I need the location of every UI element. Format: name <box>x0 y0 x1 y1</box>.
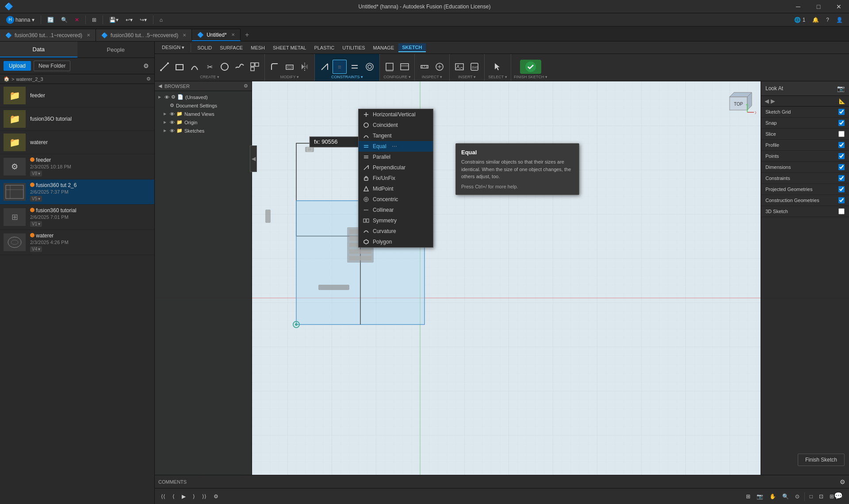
panel-prev-button[interactable]: ◀ <box>765 98 769 104</box>
constraint-more-button[interactable]: ⋯ <box>390 143 399 149</box>
constraint-concentric[interactable]: Concentric <box>359 194 433 205</box>
first-frame-button[interactable]: ⟨⟨ <box>158 492 168 501</box>
tree-item-unsaved[interactable]: ▶ 👁 ⚙ 📄 (Unsaved) <box>155 93 252 101</box>
list-item[interactable]: ⚙ feeder 2/3/2025 10:18 PM V8 ▾ <box>0 154 154 179</box>
concentric-constraint[interactable] <box>363 60 377 74</box>
fillet-tool[interactable] <box>268 60 282 74</box>
breadcrumb-settings[interactable]: ⚙ <box>146 76 151 82</box>
utilities-tab[interactable]: UTILITIES <box>339 44 368 52</box>
constraint-tangent[interactable]: Tangent <box>359 130 433 141</box>
save-button[interactable]: 💾▾ <box>107 16 121 24</box>
file-version[interactable]: V1 ▾ <box>30 221 42 227</box>
apps-button[interactable]: ⊞ <box>89 16 99 24</box>
help-button[interactable]: ? <box>823 16 832 24</box>
tab-fusion360-5[interactable]: 🔷 fusion360 tut.. .5~recovered) ✕ <box>96 29 192 41</box>
sheet-metal-tab[interactable]: SHEET METAL <box>269 44 310 52</box>
close-button[interactable]: ✕ <box>829 0 849 13</box>
projected-geom-checkbox[interactable] <box>838 186 845 192</box>
tab-people[interactable]: People <box>77 42 155 57</box>
browser-collapse-btn[interactable]: ◀ <box>158 83 162 89</box>
list-item[interactable]: waterer 2/3/2025 4:26 PM V4 ▾ <box>0 230 154 255</box>
dimension-tool[interactable] <box>382 60 397 74</box>
view-cube[interactable]: TOP X Z <box>723 88 754 119</box>
line-tool[interactable] <box>157 60 172 74</box>
manage-tab[interactable]: MANAGE <box>370 44 398 52</box>
list-item[interactable]: 📁 fusion36O tutorial <box>0 107 154 131</box>
panel-next-button[interactable]: ▶ <box>771 98 775 104</box>
undo-button[interactable]: ↩▾ <box>123 16 135 24</box>
finish-sketch-bottom-button[interactable]: Finish Sketch <box>798 454 845 466</box>
finish-sketch-toolbar-button[interactable] <box>520 60 541 74</box>
prev-frame-button[interactable]: ⟨ <box>170 492 177 501</box>
new-tab-button[interactable]: + <box>241 29 254 41</box>
eye-icon[interactable]: 👁 <box>170 128 175 134</box>
last-frame-button[interactable]: ⟩⟩ <box>199 492 209 501</box>
form-tool[interactable] <box>398 60 412 74</box>
arc-tool[interactable] <box>187 60 202 74</box>
restore-button[interactable]: □ <box>808 0 829 13</box>
trim-tool[interactable]: ✂ <box>203 60 217 74</box>
constraint-parallel[interactable]: Parallel <box>359 152 433 162</box>
tab-untitled[interactable]: 🔷 Untitled* ✕ <box>192 29 240 41</box>
dimensions-checkbox[interactable] <box>838 164 845 170</box>
panel-view-button[interactable]: 📐 <box>839 98 845 104</box>
tree-item-origin[interactable]: ▶ 👁 📁 Origin <box>155 118 252 126</box>
3d-sketch-checkbox[interactable] <box>838 208 845 214</box>
list-item[interactable]: 📁 feeder <box>0 84 154 107</box>
profile-checkbox[interactable] <box>838 142 845 148</box>
settings-icon[interactable]: ⚙ <box>171 94 176 100</box>
constraint-horiz-vert[interactable]: Horizontal/Vertical <box>359 109 433 120</box>
eye-icon[interactable]: 👁 <box>170 111 175 117</box>
tab-fusion360-1[interactable]: 🔷 fusion360 tut.. .1~recovered) ✕ <box>0 29 96 41</box>
notifications-button[interactable]: 💬 <box>831 490 845 501</box>
tree-item-sketches[interactable]: ▶ 👁 📁 Sketches <box>155 126 252 135</box>
file-version[interactable]: V5 ▾ <box>30 196 42 202</box>
zoom-button[interactable]: 🔍 <box>780 492 792 501</box>
browser-settings-btn[interactable]: ⚙ <box>244 83 248 89</box>
network-icon[interactable]: 🌐 1 <box>792 16 808 24</box>
list-item[interactable]: 📁 waterer <box>0 131 154 154</box>
list-item[interactable]: ⊞ fusion360 tutorial 2/6/2025 7:01 PM V1… <box>0 205 154 230</box>
circle-tool[interactable] <box>218 60 232 74</box>
constraint-fix-unfix[interactable]: Fix/UnFix <box>359 173 433 183</box>
display-mode-button[interactable]: □ <box>807 492 815 501</box>
play-button[interactable]: ▶ <box>179 492 188 501</box>
solid-tab[interactable]: SOLID <box>194 44 215 52</box>
parallel-constraint[interactable] <box>348 60 362 74</box>
home-button[interactable]: ⌂ <box>157 16 165 24</box>
file-version[interactable]: V8 ▾ <box>30 171 42 176</box>
select-tool[interactable] <box>491 60 505 74</box>
pattern-tool[interactable] <box>248 60 262 74</box>
surface-tab[interactable]: SURFACE <box>216 44 246 52</box>
refresh-button[interactable]: 🔄 <box>45 16 57 24</box>
comments-settings-icon[interactable]: ⚙ <box>840 478 845 485</box>
search-button[interactable]: 🔍 <box>58 16 70 24</box>
constraint-equal[interactable]: Equal ⋯ <box>359 141 433 152</box>
tab-close-3[interactable]: ✕ <box>231 32 235 37</box>
timeline-settings-button[interactable]: ⚙ <box>211 492 221 501</box>
next-frame-button[interactable]: ⟩ <box>190 492 198 501</box>
constraint-coincident[interactable]: Coincident <box>359 120 433 130</box>
canvas-area[interactable]: fx: 90556 ◀ BROWSER ⚙ ▶ 👁 ⚙ 📄 (Unsave <box>155 81 849 475</box>
tree-item-named-views[interactable]: ▶ 👁 📁 Named Views <box>155 110 252 118</box>
offset-tool[interactable] <box>283 60 297 74</box>
insert-svg-tool[interactable]: SVG <box>467 60 482 74</box>
minimize-button[interactable]: ─ <box>788 0 808 13</box>
redo-button[interactable]: ↪▾ <box>137 16 149 24</box>
environment-button[interactable]: ⊡ <box>816 492 826 501</box>
mirror-tool[interactable] <box>298 60 312 74</box>
user-profile-button[interactable]: 👤 <box>834 16 845 24</box>
points-checkbox[interactable] <box>838 153 845 159</box>
constraints-checkbox[interactable] <box>838 175 845 181</box>
tree-item-doc-settings[interactable]: ⚙ Document Settings <box>155 101 252 110</box>
mesh-tab[interactable]: MESH <box>247 44 268 52</box>
constraint-midpoint[interactable]: MidPoint <box>359 183 433 194</box>
plastic-tab[interactable]: PLASTIC <box>310 44 338 52</box>
pan-button[interactable]: ✋ <box>767 492 779 501</box>
tab-data[interactable]: Data <box>0 42 77 57</box>
eye-icon[interactable]: 👁 <box>164 95 169 100</box>
insert-image-tool[interactable] <box>452 60 467 74</box>
collapse-browser-button[interactable]: ◀ <box>250 145 257 172</box>
equal-constraint[interactable]: = <box>333 60 347 74</box>
panel-settings-button[interactable]: ⚙ <box>142 61 151 71</box>
